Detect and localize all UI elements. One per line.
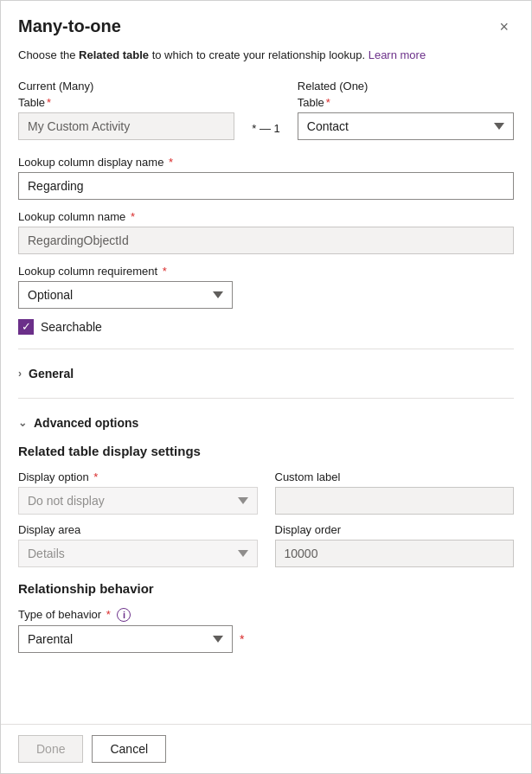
connector-label: * — 1	[252, 122, 280, 142]
dialog-title: Many-to-one	[18, 16, 121, 36]
done-button[interactable]: Done	[18, 735, 83, 763]
learn-more-link[interactable]: Learn more	[369, 48, 426, 61]
dialog-footer: Done Cancel	[1, 724, 531, 773]
current-table-group: Table*	[18, 96, 234, 140]
lookup-name-input	[18, 227, 514, 254]
display-order-input	[275, 540, 515, 567]
subtitle-bold: Related table	[79, 48, 149, 61]
searchable-label: Searchable	[41, 320, 102, 334]
related-table-select[interactable]: Contact	[298, 112, 514, 140]
advanced-section-toggle[interactable]: ⌄ Advanced options	[18, 406, 138, 440]
display-area-group: Display area Details Marketing Sales Ser…	[18, 523, 258, 567]
lookup-name-label: Lookup column name *	[18, 210, 514, 223]
display-order-group: Display order	[275, 523, 515, 567]
display-option-select[interactable]: Do not display Use plural name Use custo…	[18, 487, 258, 515]
info-icon[interactable]: i	[117, 608, 131, 622]
advanced-section-content: Related table display settings Display o…	[18, 444, 514, 664]
divider-2	[18, 398, 514, 399]
many-to-one-dialog: Many-to-one × Choose the Related table t…	[0, 0, 532, 774]
related-table-group: Table* Contact	[298, 96, 514, 140]
check-icon: ✓	[22, 321, 31, 332]
searchable-checkbox[interactable]: ✓	[18, 319, 34, 335]
subtitle-before: Choose the	[18, 48, 79, 61]
lookup-requirement-select[interactable]: Optional Business Recommended Business R…	[18, 281, 233, 309]
divider-1	[18, 349, 514, 349]
related-heading: Related (One)	[298, 80, 514, 93]
lookup-requirement-group: Lookup column requirement * Optional Bus…	[18, 265, 514, 309]
current-many-column: Current (Many) Table*	[18, 80, 234, 150]
display-area-row: Display area Details Marketing Sales Ser…	[18, 523, 514, 567]
current-table-input	[18, 112, 234, 140]
related-table-label: Table*	[298, 96, 514, 109]
type-of-behavior-label: Type of behavior * i	[18, 608, 514, 623]
close-button[interactable]: ×	[494, 17, 514, 36]
display-order-label: Display order	[275, 523, 515, 536]
current-heading: Current (Many)	[18, 80, 234, 93]
subtitle-after: to which to create your relationship loo…	[149, 48, 369, 61]
display-option-group: Display option * Do not display Use plur…	[18, 470, 258, 515]
display-area-label: Display area	[18, 523, 258, 536]
custom-label-label: Custom label	[275, 470, 515, 483]
cancel-button[interactable]: Cancel	[92, 735, 166, 763]
lookup-display-group: Lookup column display name *	[18, 156, 514, 200]
general-section-toggle[interactable]: › General	[18, 356, 74, 391]
table-columns: Current (Many) Table* * — 1 Related (One…	[18, 80, 514, 150]
lookup-display-input[interactable]	[18, 172, 514, 200]
type-of-behavior-row: Parental Referential Configurable Cascad…	[18, 625, 514, 653]
custom-label-group: Custom label	[275, 470, 515, 515]
required-asterisk: *	[240, 632, 244, 646]
advanced-section-label: Advanced options	[34, 416, 138, 430]
general-section-label: General	[29, 367, 74, 381]
chevron-right-icon: ›	[18, 368, 22, 380]
dialog-header: Many-to-one ×	[1, 1, 531, 47]
lookup-name-group: Lookup column name *	[18, 210, 514, 254]
related-one-column: Related (One) Table* Contact	[298, 80, 514, 150]
related-table-display-title: Related table display settings	[18, 444, 514, 458]
relationship-behavior-title: Relationship behavior	[18, 581, 514, 596]
chevron-down-icon: ⌄	[18, 417, 27, 429]
searchable-row: ✓ Searchable	[18, 319, 514, 335]
dialog-body: Choose the Related table to which to cre…	[1, 47, 531, 724]
subtitle: Choose the Related table to which to cre…	[18, 47, 514, 64]
display-option-label: Display option *	[18, 470, 258, 483]
current-table-label: Table*	[18, 96, 234, 109]
lookup-display-label: Lookup column display name *	[18, 156, 514, 169]
lookup-requirement-label: Lookup column requirement *	[18, 265, 514, 278]
display-area-select[interactable]: Details Marketing Sales Service	[18, 540, 258, 567]
display-option-row: Display option * Do not display Use plur…	[18, 470, 514, 515]
custom-label-input	[275, 487, 515, 515]
relationship-behavior-section: Relationship behavior Type of behavior *…	[18, 581, 514, 654]
type-of-behavior-select[interactable]: Parental Referential Configurable Cascad…	[18, 625, 233, 653]
